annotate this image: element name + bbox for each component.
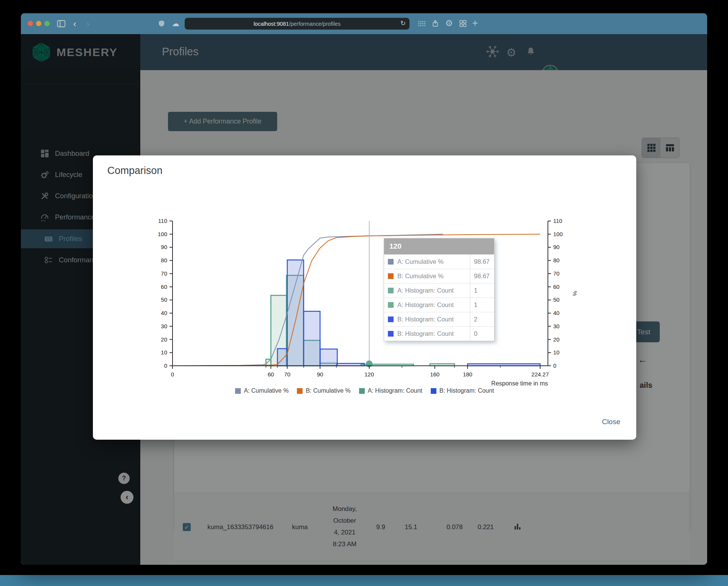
svg-text:160: 160: [430, 371, 439, 378]
svg-text:%: %: [572, 291, 578, 296]
tooltip-row: A: Histogram: Count 1: [384, 283, 494, 298]
legend-item-a-histogram[interactable]: A: Histogram: Count: [359, 387, 422, 394]
tooltip-row: A: Histogram: Count 1: [384, 298, 494, 312]
legend-swatch: [431, 388, 436, 394]
browser-chrome: ‹ › ☁ localhost:9081/performance/profile…: [21, 13, 707, 34]
tooltip-swatch: [388, 302, 394, 308]
svg-text:40: 40: [553, 310, 560, 316]
comparison-modal: Comparison 00101020203030404050506060707…: [93, 155, 636, 440]
tooltip-row: B: Histogram: Count 2: [384, 312, 494, 326]
browser-window: ‹ › ☁ localhost:9081/performance/profile…: [21, 13, 707, 565]
cloud-icon[interactable]: ☁: [172, 19, 179, 28]
tab-overview-icon[interactable]: [459, 20, 467, 29]
svg-text:70: 70: [161, 270, 167, 277]
legend-swatch: [359, 388, 365, 394]
svg-text:Response time in ms: Response time in ms: [491, 380, 548, 387]
tooltip-row: A: Cumulative % 98.67: [384, 254, 494, 269]
svg-text:100: 100: [158, 231, 167, 237]
chart-legend: A: Cumulative % B: Cumulative % A: Histo…: [93, 387, 636, 394]
svg-text:90: 90: [317, 371, 323, 378]
svg-text:110: 110: [158, 218, 167, 224]
new-tab-icon[interactable]: +: [472, 17, 478, 29]
svg-text:50: 50: [553, 296, 560, 303]
svg-text:30: 30: [161, 323, 167, 329]
minimize-window-button[interactable]: [36, 21, 41, 26]
address-bar[interactable]: localhost:9081/performance/profiles ↻: [185, 18, 410, 30]
svg-text:80: 80: [553, 257, 560, 263]
tooltip-swatch: [388, 273, 394, 279]
svg-text:50: 50: [161, 296, 167, 303]
tooltip-header: 120: [384, 238, 494, 254]
sidebar-toggle-icon[interactable]: [57, 20, 66, 29]
url-path: /performance/profiles: [289, 21, 340, 27]
legend-swatch: [235, 388, 241, 394]
svg-text:70: 70: [284, 371, 290, 378]
svg-text:110: 110: [553, 218, 562, 224]
close-window-button[interactable]: [28, 21, 33, 26]
svg-text:40: 40: [161, 310, 167, 316]
svg-text:60: 60: [268, 371, 274, 378]
forward-icon[interactable]: ›: [86, 19, 89, 29]
extensions-grid-icon[interactable]: [418, 21, 426, 28]
svg-text:70: 70: [553, 270, 560, 277]
comparison-chart[interactable]: 0010102020303040405050606070708080909010…: [154, 216, 593, 390]
svg-text:10: 10: [553, 349, 560, 356]
svg-text:0: 0: [171, 371, 174, 378]
svg-text:100: 100: [553, 231, 563, 237]
desktop-background-strip: [0, 575, 728, 586]
zoom-window-button[interactable]: [44, 21, 50, 26]
svg-text:120: 120: [364, 371, 374, 378]
legend-item-b-histogram[interactable]: B: Histogram: Count: [431, 387, 494, 394]
back-icon[interactable]: ‹: [73, 19, 76, 29]
refresh-icon[interactable]: ↻: [400, 19, 406, 27]
share-icon[interactable]: [431, 19, 439, 29]
svg-text:20: 20: [553, 336, 560, 343]
url-host: localhost:9081: [254, 21, 289, 27]
svg-text:0: 0: [553, 362, 556, 369]
tooltip-swatch: [388, 259, 394, 265]
tooltip-swatch: [388, 288, 394, 293]
legend-item-a-cumulative[interactable]: A: Cumulative %: [235, 387, 289, 394]
svg-text:180: 180: [463, 371, 472, 378]
svg-text:0: 0: [164, 362, 167, 369]
legend-swatch: [297, 388, 303, 394]
chart-tooltip: 120 A: Cumulative % 98.67 B: Cumulative …: [384, 238, 494, 341]
svg-text:60: 60: [161, 284, 167, 290]
tooltip-row: B: Cumulative % 98.67: [384, 269, 494, 283]
svg-text:90: 90: [161, 244, 167, 250]
svg-text:60: 60: [553, 284, 560, 290]
shield-icon[interactable]: [158, 20, 165, 29]
tooltip-swatch: [388, 317, 394, 322]
svg-text:90: 90: [553, 244, 560, 250]
close-button[interactable]: Close: [602, 418, 620, 426]
legend-item-b-cumulative[interactable]: B: Cumulative %: [297, 387, 350, 394]
svg-text:80: 80: [161, 257, 167, 263]
svg-text:10: 10: [161, 349, 167, 356]
svg-text:20: 20: [161, 336, 167, 343]
svg-text:224.27: 224.27: [532, 371, 549, 378]
tooltip-row: B: Histogram: Count 0: [384, 326, 494, 341]
modal-title: Comparison: [107, 165, 163, 177]
settings-gear-icon[interactable]: ⚙: [445, 18, 453, 28]
svg-text:30: 30: [553, 323, 560, 329]
tooltip-swatch: [388, 331, 394, 337]
